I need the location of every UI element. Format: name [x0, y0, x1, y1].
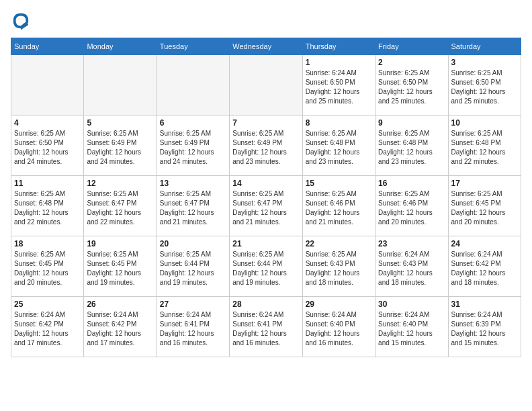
day-number: 12 — [87, 179, 153, 188]
header-day-friday: Friday — [375, 38, 448, 55]
calendar-cell: 22Sunrise: 6:25 AM Sunset: 6:43 PM Dayli… — [302, 236, 375, 297]
day-number: 3 — [451, 58, 518, 67]
day-number: 21 — [232, 239, 299, 248]
header-day-sunday: Sunday — [11, 38, 84, 55]
calendar-cell: 11Sunrise: 6:25 AM Sunset: 6:48 PM Dayli… — [11, 176, 84, 236]
day-info: Sunrise: 6:24 AM Sunset: 6:41 PM Dayligh… — [160, 310, 226, 348]
calendar-cell: 24Sunrise: 6:24 AM Sunset: 6:42 PM Dayli… — [448, 236, 521, 297]
page-header — [11, 11, 521, 31]
week-row-5: 25Sunrise: 6:24 AM Sunset: 6:42 PM Dayli… — [11, 297, 521, 357]
week-row-2: 4Sunrise: 6:25 AM Sunset: 6:50 PM Daylig… — [11, 116, 521, 176]
calendar-cell: 3Sunrise: 6:25 AM Sunset: 6:50 PM Daylig… — [448, 55, 521, 116]
day-info: Sunrise: 6:25 AM Sunset: 6:48 PM Dayligh… — [306, 129, 372, 167]
day-info: Sunrise: 6:24 AM Sunset: 6:41 PM Dayligh… — [232, 310, 299, 348]
logo — [11, 11, 34, 31]
header-day-monday: Monday — [84, 38, 157, 55]
calendar-cell: 31Sunrise: 6:24 AM Sunset: 6:39 PM Dayli… — [448, 297, 521, 357]
calendar-cell: 7Sunrise: 6:25 AM Sunset: 6:49 PM Daylig… — [230, 116, 302, 176]
calendar-cell: 9Sunrise: 6:25 AM Sunset: 6:48 PM Daylig… — [375, 116, 448, 176]
day-info: Sunrise: 6:25 AM Sunset: 6:43 PM Dayligh… — [306, 250, 372, 287]
calendar-cell — [84, 55, 157, 116]
day-number: 17 — [451, 179, 518, 188]
calendar-cell: 23Sunrise: 6:24 AM Sunset: 6:43 PM Dayli… — [375, 236, 448, 297]
day-info: Sunrise: 6:25 AM Sunset: 6:45 PM Dayligh… — [14, 250, 81, 287]
calendar-cell: 1Sunrise: 6:24 AM Sunset: 6:50 PM Daylig… — [302, 55, 375, 116]
day-number: 4 — [14, 118, 81, 128]
day-info: Sunrise: 6:25 AM Sunset: 6:49 PM Dayligh… — [87, 129, 153, 167]
calendar-cell: 17Sunrise: 6:25 AM Sunset: 6:45 PM Dayli… — [448, 176, 521, 236]
calendar-cell — [11, 55, 84, 116]
week-row-4: 18Sunrise: 6:25 AM Sunset: 6:45 PM Dayli… — [11, 236, 521, 297]
calendar-cell: 21Sunrise: 6:25 AM Sunset: 6:44 PM Dayli… — [230, 236, 302, 297]
day-number: 25 — [14, 300, 81, 309]
calendar-header-row: SundayMondayTuesdayWednesdayThursdayFrid… — [11, 38, 521, 55]
day-number: 9 — [378, 118, 445, 128]
day-info: Sunrise: 6:25 AM Sunset: 6:45 PM Dayligh… — [87, 250, 153, 287]
calendar-cell: 18Sunrise: 6:25 AM Sunset: 6:45 PM Dayli… — [11, 236, 84, 297]
day-info: Sunrise: 6:24 AM Sunset: 6:42 PM Dayligh… — [451, 250, 518, 287]
day-number: 24 — [451, 239, 518, 248]
day-info: Sunrise: 6:25 AM Sunset: 6:46 PM Dayligh… — [306, 189, 372, 227]
week-row-1: 1Sunrise: 6:24 AM Sunset: 6:50 PM Daylig… — [11, 55, 521, 116]
day-info: Sunrise: 6:25 AM Sunset: 6:48 PM Dayligh… — [451, 129, 518, 167]
calendar-cell: 26Sunrise: 6:24 AM Sunset: 6:42 PM Dayli… — [84, 297, 157, 357]
calendar-cell: 30Sunrise: 6:24 AM Sunset: 6:40 PM Dayli… — [375, 297, 448, 357]
day-number: 8 — [306, 118, 372, 128]
calendar-cell: 19Sunrise: 6:25 AM Sunset: 6:45 PM Dayli… — [84, 236, 157, 297]
day-number: 1 — [306, 58, 372, 67]
day-number: 15 — [306, 179, 372, 188]
calendar-cell: 20Sunrise: 6:25 AM Sunset: 6:44 PM Dayli… — [157, 236, 229, 297]
calendar-cell: 16Sunrise: 6:25 AM Sunset: 6:46 PM Dayli… — [375, 176, 448, 236]
calendar-cell: 8Sunrise: 6:25 AM Sunset: 6:48 PM Daylig… — [302, 116, 375, 176]
day-info: Sunrise: 6:24 AM Sunset: 6:43 PM Dayligh… — [378, 250, 445, 287]
calendar-table: SundayMondayTuesdayWednesdayThursdayFrid… — [11, 38, 521, 357]
day-info: Sunrise: 6:24 AM Sunset: 6:50 PM Dayligh… — [306, 68, 372, 106]
day-number: 18 — [14, 239, 81, 248]
calendar-cell: 14Sunrise: 6:25 AM Sunset: 6:47 PM Dayli… — [230, 176, 302, 236]
day-info: Sunrise: 6:25 AM Sunset: 6:47 PM Dayligh… — [87, 189, 153, 227]
calendar-cell: 28Sunrise: 6:24 AM Sunset: 6:41 PM Dayli… — [230, 297, 302, 357]
day-number: 26 — [87, 300, 153, 309]
day-info: Sunrise: 6:25 AM Sunset: 6:48 PM Dayligh… — [378, 129, 445, 167]
day-info: Sunrise: 6:25 AM Sunset: 6:45 PM Dayligh… — [451, 189, 518, 227]
day-number: 23 — [378, 239, 445, 248]
day-info: Sunrise: 6:25 AM Sunset: 6:49 PM Dayligh… — [232, 129, 299, 167]
day-info: Sunrise: 6:25 AM Sunset: 6:48 PM Dayligh… — [14, 189, 81, 227]
calendar-cell: 27Sunrise: 6:24 AM Sunset: 6:41 PM Dayli… — [157, 297, 229, 357]
calendar-cell: 5Sunrise: 6:25 AM Sunset: 6:49 PM Daylig… — [84, 116, 157, 176]
day-number: 22 — [306, 239, 372, 248]
header-day-wednesday: Wednesday — [230, 38, 302, 55]
calendar-cell: 29Sunrise: 6:24 AM Sunset: 6:40 PM Dayli… — [302, 297, 375, 357]
calendar-cell: 25Sunrise: 6:24 AM Sunset: 6:42 PM Dayli… — [11, 297, 84, 357]
day-number: 6 — [160, 118, 226, 128]
day-number: 19 — [87, 239, 153, 248]
day-info: Sunrise: 6:25 AM Sunset: 6:50 PM Dayligh… — [378, 68, 445, 106]
day-number: 29 — [306, 300, 372, 309]
header-day-tuesday: Tuesday — [157, 38, 229, 55]
calendar-cell: 12Sunrise: 6:25 AM Sunset: 6:47 PM Dayli… — [84, 176, 157, 236]
day-number: 16 — [378, 179, 445, 188]
calendar-cell — [230, 55, 302, 116]
day-info: Sunrise: 6:24 AM Sunset: 6:42 PM Dayligh… — [14, 310, 81, 348]
calendar-cell: 4Sunrise: 6:25 AM Sunset: 6:50 PM Daylig… — [11, 116, 84, 176]
day-number: 2 — [378, 58, 445, 67]
day-info: Sunrise: 6:25 AM Sunset: 6:47 PM Dayligh… — [160, 189, 226, 227]
day-info: Sunrise: 6:25 AM Sunset: 6:44 PM Dayligh… — [232, 250, 299, 287]
day-info: Sunrise: 6:25 AM Sunset: 6:50 PM Dayligh… — [14, 129, 81, 167]
day-info: Sunrise: 6:25 AM Sunset: 6:44 PM Dayligh… — [160, 250, 226, 287]
day-info: Sunrise: 6:25 AM Sunset: 6:47 PM Dayligh… — [232, 189, 299, 227]
calendar-cell: 10Sunrise: 6:25 AM Sunset: 6:48 PM Dayli… — [448, 116, 521, 176]
day-number: 11 — [14, 179, 81, 188]
header-day-saturday: Saturday — [448, 38, 521, 55]
day-number: 10 — [451, 118, 518, 128]
day-info: Sunrise: 6:24 AM Sunset: 6:40 PM Dayligh… — [378, 310, 445, 348]
calendar-cell: 13Sunrise: 6:25 AM Sunset: 6:47 PM Dayli… — [157, 176, 229, 236]
header-day-thursday: Thursday — [302, 38, 375, 55]
day-info: Sunrise: 6:25 AM Sunset: 6:46 PM Dayligh… — [378, 189, 445, 227]
calendar-cell — [157, 55, 229, 116]
day-number: 20 — [160, 239, 226, 248]
calendar-cell: 6Sunrise: 6:25 AM Sunset: 6:49 PM Daylig… — [157, 116, 229, 176]
day-number: 7 — [232, 118, 299, 128]
day-number: 14 — [232, 179, 299, 188]
logo-icon — [11, 11, 31, 31]
